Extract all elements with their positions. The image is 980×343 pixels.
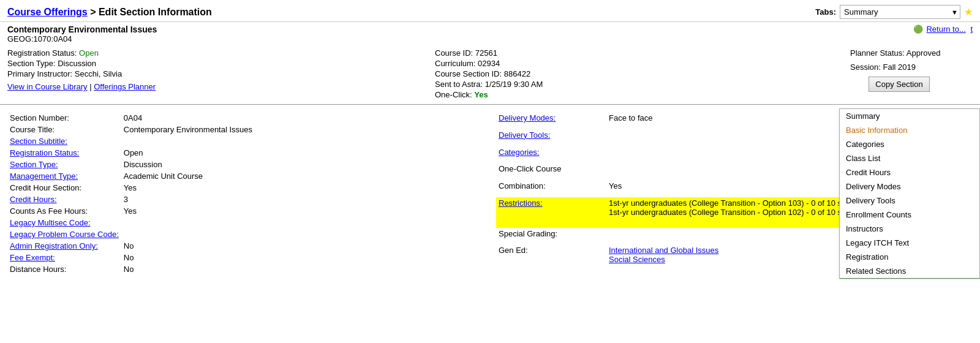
breadcrumb-link[interactable]: Course Offerings — [7, 7, 88, 17]
instructor-value: Secchi, Silvia — [75, 69, 122, 78]
view-course-library-link[interactable]: View in Course Library — [7, 82, 88, 91]
label-gen-ed: Gen Ed: — [496, 244, 606, 275]
main-area: Section Number: 0A04 Course Title: Conte… — [0, 108, 980, 279]
one-click-label: One-Click: — [435, 90, 472, 99]
dropdown-item-legacy-itch[interactable]: Legacy ITCH Text — [840, 236, 979, 250]
table-row: Admin Registration Only: No — [7, 240, 484, 252]
reg-status-value: Open — [79, 48, 99, 58]
label-one-click: One-Click Course — [496, 163, 606, 180]
label-special-grading: Special Grading: — [496, 228, 606, 245]
table-row: Section Number: 0A04 — [7, 112, 484, 124]
return-link[interactable]: Return to... — [926, 24, 965, 34]
copy-section-area: Copy Section — [850, 77, 948, 92]
right-info: Planner Status: Approved Session: Fall 2… — [850, 48, 973, 92]
details-grid: Section Number: 0A04 Course Title: Conte… — [7, 112, 973, 275]
instructor-row: Primary Instructor: Secchi, Silvia — [7, 69, 423, 78]
course-id-value: 72561 — [475, 48, 497, 58]
course-info-bar: Contemporary Environmental Issues GEOG:1… — [0, 21, 980, 46]
tabs-select[interactable]: Summary Basic Information Categories Cla… — [840, 5, 960, 19]
return-link-2[interactable]: t — [970, 24, 973, 34]
value-fee-exempt: No — [121, 252, 484, 263]
astra-value: 1/25/19 9:30 AM — [485, 80, 543, 89]
dropdown-item-related-sections[interactable]: Related Sections — [840, 264, 979, 278]
dropdown-item-restrictions[interactable]: Restrictions — [840, 278, 979, 279]
table-row: Legacy Problem Course Code: — [7, 228, 484, 240]
instructor-label: Primary Instructor: — [7, 69, 72, 78]
planner-status: Planner Status: Approved — [850, 48, 940, 58]
label-fee-exempt[interactable]: Fee Exempt: — [7, 252, 121, 263]
dropdown-item-credit-hours[interactable]: Credit Hours — [840, 165, 979, 179]
course-title: Contemporary Environmental Issues — [7, 24, 157, 34]
label-credit-hours[interactable]: Credit Hours: — [7, 194, 121, 205]
table-row: Credit Hour Section: Yes — [7, 182, 484, 194]
tabs-label: Tabs: — [815, 7, 836, 17]
table-row: Management Type: Academic Unit Course — [7, 170, 484, 182]
dropdown-item-basic-info[interactable]: Basic Information — [840, 123, 979, 137]
page-title: Course Offerings > Edit Section Informat… — [7, 7, 212, 18]
label-course-title: Course Title: — [7, 124, 121, 135]
left-info: Registration Status: Open Section Type: … — [7, 48, 423, 95]
label-delivery-tools[interactable]: Delivery Tools: — [496, 129, 606, 146]
astra-row: Sent to Astra: 1/25/19 9:30 AM — [435, 80, 850, 89]
star-icon[interactable]: ★ — [964, 6, 973, 18]
label-delivery-modes[interactable]: Delivery Modes: — [496, 112, 606, 129]
dropdown-item-delivery-modes[interactable]: Delivery Modes — [840, 179, 979, 194]
label-combination: Combination: — [496, 180, 606, 197]
table-row: Section Type: Discussion — [7, 159, 484, 170]
dropdown-item-registration[interactable]: Registration — [840, 250, 979, 264]
dropdown-item-class-list[interactable]: Class List — [840, 151, 979, 165]
course-code: GEOG:1070:0A04 — [7, 34, 157, 43]
value-distance-hours: No — [121, 263, 484, 275]
label-restrictions[interactable]: Restrictions: — [496, 197, 606, 228]
value-section-subtitle — [121, 135, 484, 147]
label-section-type[interactable]: Section Type: — [7, 159, 121, 170]
value-legacy-multisec — [121, 217, 484, 228]
table-row: Distance Hours: No — [7, 263, 484, 275]
table-row: Counts As Fee Hours: Yes — [7, 205, 484, 217]
offerings-planner-link[interactable]: Offerings Planner — [94, 82, 156, 91]
course-title-block: Contemporary Environmental Issues GEOG:1… — [7, 24, 157, 43]
value-management-type: Academic Unit Course — [121, 170, 484, 182]
label-admin-reg-only[interactable]: Admin Registration Only: — [7, 240, 121, 252]
tabs-select-wrapper: Summary Basic Information Categories Cla… — [840, 5, 960, 19]
dropdown-panel: Summary Basic Information Categories Cla… — [839, 108, 980, 279]
gen-ed-link-1[interactable]: International and Global Issues — [609, 246, 718, 255]
course-id-row: Course ID: 72561 — [435, 48, 850, 58]
label-categories[interactable]: Categories: — [496, 146, 606, 164]
section-links: View in Course Library | Offerings Plann… — [7, 82, 423, 91]
table-row: Fee Exempt: No — [7, 252, 484, 263]
dropdown-item-enrollment-counts[interactable]: Enrollment Counts — [840, 208, 979, 222]
divider — [0, 104, 980, 105]
label-management-type[interactable]: Management Type: — [7, 170, 121, 182]
section-type-row: Section Type: Discussion — [7, 59, 423, 68]
tabs-control: Tabs: Summary Basic Information Categori… — [815, 5, 973, 19]
section-id-value: 886422 — [504, 69, 530, 78]
value-credit-hour-section: Yes — [121, 182, 484, 194]
curriculum-row: Curriculum: 02934 — [435, 59, 850, 68]
gen-ed-link-2[interactable]: Social Sciences — [609, 255, 665, 264]
section-id-label: Course Section ID: — [435, 69, 502, 78]
table-row: Section Subtitle: — [7, 135, 484, 147]
table-row: Course Title: Contemporary Environmental… — [7, 124, 484, 135]
label-section-number: Section Number: — [7, 112, 121, 124]
value-counts-fee-hours: Yes — [121, 205, 484, 217]
dropdown-item-categories[interactable]: Categories — [840, 137, 979, 151]
dropdown-item-delivery-tools[interactable]: Delivery Tools — [840, 194, 979, 208]
copy-section-button[interactable]: Copy Section — [869, 77, 929, 92]
label-section-subtitle[interactable]: Section Subtitle: — [7, 135, 121, 147]
label-credit-hour-section: Credit Hour Section: — [7, 182, 121, 194]
value-admin-reg-only: No — [121, 240, 484, 252]
value-section-type: Discussion — [121, 159, 484, 170]
content-area: Section Number: 0A04 Course Title: Conte… — [0, 108, 980, 279]
table-row: Credit Hours: 3 — [7, 194, 484, 205]
dropdown-item-instructors[interactable]: Instructors — [840, 222, 979, 236]
label-registration-status[interactable]: Registration Status: — [7, 147, 121, 159]
dropdown-item-summary[interactable]: Summary — [840, 109, 979, 123]
curriculum-value: 02934 — [478, 59, 500, 68]
label-legacy-multisec[interactable]: Legacy Multisec Code: — [7, 217, 121, 228]
value-course-title: Contemporary Environmental Issues — [121, 124, 484, 135]
middle-info-row: Registration Status: Open Section Type: … — [0, 46, 980, 100]
page-header: Course Offerings > Edit Section Informat… — [0, 0, 980, 21]
one-click-value: Yes — [474, 90, 488, 99]
label-legacy-problem[interactable]: Legacy Problem Course Code: — [7, 228, 121, 240]
